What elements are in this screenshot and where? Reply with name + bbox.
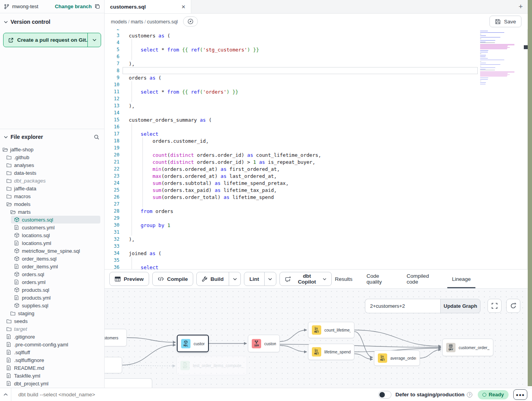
code-line-22[interactable]: 22 min(orders.ordered_at) as first_order…	[105, 165, 528, 172]
code-line-21[interactable]: 21 count(distinct orders.order_id) > 1 a…	[105, 158, 528, 165]
tab-compiled-code[interactable]: Compiled code	[407, 270, 438, 288]
lineage-selector-input[interactable]	[365, 299, 440, 313]
defer-toggle[interactable]	[378, 391, 391, 399]
file-item-marts[interactable]: marts	[0, 208, 104, 216]
file-item-.sqlfluff[interactable]: .sqlfluff	[0, 348, 104, 356]
minimap[interactable]	[480, 30, 516, 85]
lineage-node-customers_sem[interactable]: SEMcustomers	[248, 335, 280, 352]
code-line-34[interactable]: 34joined as (	[105, 250, 528, 257]
dbt-copilot-button[interactable]: dbt Copilot	[279, 272, 332, 286]
file-item-target[interactable]: target	[0, 325, 104, 333]
create-pr-button[interactable]: Create a pull request on Git...	[3, 33, 101, 47]
code-line-28[interactable]: 28 from orders	[105, 208, 528, 215]
breadcrumb-marts[interactable]: marts	[131, 19, 143, 25]
file-item-jaffle-shop[interactable]: jaffle-shop	[0, 145, 104, 153]
code-line-19[interactable]: 19	[105, 144, 528, 151]
code-line-29[interactable]: 29	[105, 215, 528, 222]
file-item-data-tests[interactable]: data-tests	[0, 169, 104, 177]
compass-icon[interactable]	[183, 16, 198, 27]
tab-results[interactable]: Results	[335, 270, 352, 288]
code-line-9[interactable]: 9orders as (	[105, 74, 528, 81]
tab-customers-sql[interactable]: customers.sql ×	[105, 0, 191, 13]
file-item-metricflow_time_spine.sql[interactable]: metricflow_time_spine.sql	[0, 247, 104, 255]
chevron-up-icon[interactable]	[0, 393, 11, 396]
file-item-macros[interactable]: macros	[0, 192, 104, 200]
code-line-24[interactable]: 24 sum(orders.subtotal) as lifetime_spen…	[105, 179, 528, 186]
file-item-models[interactable]: models	[0, 200, 104, 208]
code-line-16[interactable]: 16	[105, 123, 528, 130]
update-graph-button[interactable]: Update Graph	[440, 299, 480, 313]
file-item-orders.yml[interactable]: orders.yml	[0, 278, 104, 286]
more-options-button[interactable]: ●●●	[513, 389, 527, 400]
lineage-node-orders[interactable]: orders	[105, 357, 122, 373]
file-item-analyses[interactable]: analyses	[0, 161, 104, 169]
code-line-32[interactable]: 32),	[105, 236, 528, 243]
code-line-13[interactable]: 13),	[105, 102, 528, 109]
file-item-dbt_packages[interactable]: dbt_packages	[0, 177, 104, 185]
code-line-26[interactable]: 26 sum(orders.order_total) as lifetime_s…	[105, 193, 528, 200]
file-item-customers.sql[interactable]: customers.sql	[11, 216, 100, 224]
file-item-products.sql[interactable]: products.sql	[0, 286, 104, 294]
code-lines[interactable]: 23customers as (45 select * from {{ ref(…	[105, 29, 528, 269]
file-item-order_items.yml[interactable]: order_items.yml	[0, 263, 104, 270]
tab-code-quality[interactable]: Code quality	[367, 270, 393, 288]
code-line-31[interactable]: 31	[105, 229, 528, 236]
code-line-23[interactable]: 23 max(orders.ordered_at) as last_ordere…	[105, 172, 528, 179]
build-dropdown[interactable]	[229, 272, 240, 286]
lineage-node-partial_card[interactable]	[105, 378, 152, 388]
file-item-order_items.sql[interactable]: order_items.sql	[0, 255, 104, 263]
copy-icon[interactable]	[94, 4, 100, 9]
code-line-12[interactable]: 12	[105, 95, 528, 102]
file-item-.gitignore[interactable]: .gitignore	[0, 333, 104, 341]
file-item-.github[interactable]: .github	[0, 153, 104, 161]
file-item-supplies.sql[interactable]: supplies.sql	[0, 302, 104, 309]
editor-scrollbar-track[interactable]	[527, 29, 527, 269]
code-line-25[interactable]: 25 sum(orders.tax_paid) as lifetime_tax_…	[105, 186, 528, 193]
code-line-35[interactable]: 35	[105, 257, 528, 264]
lineage-panel[interactable]: Update Graph stg_customersordersMDLcusto…	[105, 289, 528, 388]
lineage-node-stg_customers[interactable]: stg_customers	[105, 329, 127, 346]
breadcrumb-models[interactable]: models	[111, 19, 127, 25]
file-item-locations.sql[interactable]: locations.sql	[0, 231, 104, 239]
code-line-2[interactable]: 2	[105, 29, 528, 32]
code-line-36[interactable]: 36 select	[105, 264, 528, 269]
editor-scrollbar-thumb[interactable]	[524, 45, 528, 49]
file-item-products.yml[interactable]: products.yml	[0, 294, 104, 302]
search-icon[interactable]	[94, 134, 100, 140]
lineage-node-customers_mdl[interactable]: MDLcustomers	[177, 335, 209, 352]
file-item-.sqlfluffignore[interactable]: .sqlfluffignore	[0, 356, 104, 364]
tab-lineage[interactable]: Lineage	[452, 270, 471, 288]
code-line-30[interactable]: 30 group by 1	[105, 222, 528, 229]
new-tab-button[interactable]: +	[514, 0, 528, 13]
code-line-8[interactable]: 8	[105, 67, 528, 74]
create-pr-dropdown[interactable]	[88, 33, 101, 47]
save-button[interactable]: Save	[489, 16, 521, 27]
preview-button[interactable]: Preview	[109, 272, 149, 286]
lineage-node-lifetime_spend_pretax[interactable]: METlifetime_spend_pretax	[308, 344, 354, 360]
lint-button[interactable]: Lint	[244, 272, 276, 286]
code-line-15[interactable]: 15customer_orders_summary as (	[105, 116, 528, 123]
lineage-node-count_lifetime_orders[interactable]: METcount_lifetime_orders	[308, 322, 354, 338]
code-line-17[interactable]: 17 select	[105, 130, 528, 137]
code-line-33[interactable]: 33	[105, 243, 528, 250]
code-line-10[interactable]: 10	[105, 81, 528, 88]
code-line-20[interactable]: 20 count(distinct orders.order_id) as co…	[105, 151, 528, 158]
breadcrumb-customers.sql[interactable]: customers.sql	[147, 19, 178, 25]
file-item-staging[interactable]: staging	[0, 309, 104, 317]
dbt-command-input[interactable]	[11, 392, 378, 397]
code-line-4[interactable]: 4	[105, 39, 528, 46]
lineage-node-average_order_value[interactable]: METaverage_order_value	[374, 350, 420, 366]
code-line-14[interactable]: 14	[105, 109, 528, 116]
code-line-7[interactable]: 7),	[105, 60, 528, 67]
lineage-node-customer_order_metrics[interactable]: QRYcustomer_order_metrics	[442, 339, 493, 356]
file-item-Taskfile.yml[interactable]: Taskfile.yml	[0, 372, 104, 380]
code-line-3[interactable]: 3customers as (	[105, 32, 528, 39]
lint-dropdown[interactable]	[264, 272, 276, 286]
code-editor[interactable]: 23customers as (45 select * from {{ ref(…	[105, 29, 528, 269]
code-line-18[interactable]: 18 orders.customer_id,	[105, 137, 528, 144]
file-item-README.md[interactable]: README.md	[0, 364, 104, 372]
file-item-orders.sql[interactable]: orders.sql	[0, 270, 104, 278]
close-icon[interactable]: ×	[181, 4, 185, 10]
build-button[interactable]: Build	[196, 272, 241, 286]
code-line-6[interactable]: 6	[105, 53, 528, 60]
